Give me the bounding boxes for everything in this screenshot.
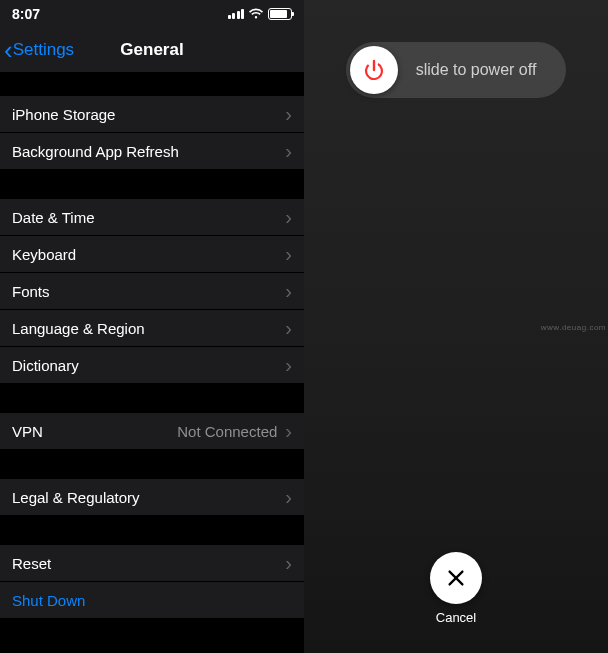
chevron-right-icon: › <box>285 280 292 303</box>
chevron-right-icon: › <box>285 420 292 443</box>
power-off-slider[interactable]: slide to power off <box>346 42 566 98</box>
cancel-group: Cancel <box>430 552 482 625</box>
cancel-label: Cancel <box>430 610 482 625</box>
chevron-right-icon: › <box>285 140 292 163</box>
settings-general-screen: 8:07 ‹ Settings General iPhone Storage ›… <box>0 0 304 653</box>
power-knob[interactable] <box>350 46 398 94</box>
row-label: Legal & Regulatory <box>12 489 140 506</box>
status-time: 8:07 <box>12 6 40 22</box>
watermark: www.deuag.com <box>541 322 606 331</box>
close-icon <box>445 567 467 589</box>
chevron-right-icon: › <box>285 243 292 266</box>
row-dictionary[interactable]: Dictionary › <box>0 347 304 383</box>
battery-icon <box>268 8 292 20</box>
row-label: iPhone Storage <box>12 106 115 123</box>
power-icon <box>362 58 386 82</box>
row-label: Fonts <box>12 283 50 300</box>
row-label: Reset <box>12 555 51 572</box>
row-iphone-storage[interactable]: iPhone Storage › <box>0 96 304 132</box>
chevron-right-icon: › <box>285 552 292 575</box>
row-detail: Not Connected <box>177 423 285 440</box>
row-fonts[interactable]: Fonts › <box>0 273 304 309</box>
row-label: Background App Refresh <box>12 143 179 160</box>
back-label: Settings <box>13 40 74 60</box>
row-label: Shut Down <box>12 592 85 609</box>
wifi-icon <box>248 8 264 20</box>
row-reset[interactable]: Reset › <box>0 545 304 581</box>
back-button[interactable]: ‹ Settings <box>0 37 74 63</box>
chevron-right-icon: › <box>285 486 292 509</box>
slide-to-power-off-label: slide to power off <box>398 61 566 79</box>
cellular-signal-icon <box>228 9 245 19</box>
row-date-time[interactable]: Date & Time › <box>0 199 304 235</box>
status-bar: 8:07 <box>0 0 304 28</box>
chevron-right-icon: › <box>285 317 292 340</box>
row-keyboard[interactable]: Keyboard › <box>0 236 304 272</box>
row-label: VPN <box>12 423 43 440</box>
row-language-region[interactable]: Language & Region › <box>0 310 304 346</box>
row-shut-down[interactable]: Shut Down <box>0 582 304 618</box>
status-indicators <box>228 8 293 20</box>
cancel-button[interactable] <box>430 552 482 604</box>
row-background-app-refresh[interactable]: Background App Refresh › <box>0 133 304 169</box>
row-label: Keyboard <box>12 246 76 263</box>
chevron-right-icon: › <box>285 354 292 377</box>
row-label: Language & Region <box>12 320 145 337</box>
row-label: Dictionary <box>12 357 79 374</box>
chevron-left-icon: ‹ <box>4 37 13 63</box>
row-legal-regulatory[interactable]: Legal & Regulatory › <box>0 479 304 515</box>
nav-bar: ‹ Settings General <box>0 28 304 72</box>
row-label: Date & Time <box>12 209 95 226</box>
chevron-right-icon: › <box>285 103 292 126</box>
row-vpn[interactable]: VPN Not Connected › <box>0 413 304 449</box>
chevron-right-icon: › <box>285 206 292 229</box>
